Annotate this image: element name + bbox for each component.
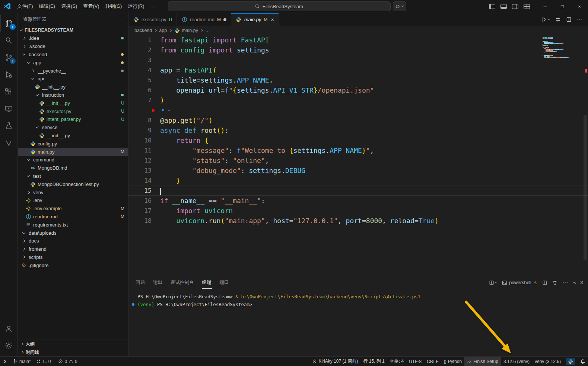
tree-item-backend[interactable]: backend [18, 51, 128, 59]
tree-item-test[interactable]: test [18, 172, 128, 180]
status-python-env[interactable]: venv (3.12.6) [532, 357, 563, 366]
terminal-profile-button[interactable] [489, 280, 497, 285]
run-debug-icon[interactable] [0, 66, 18, 83]
tree-item-readme-md[interactable]: readme.mdM [18, 213, 128, 221]
command-decoration-dot[interactable] [132, 303, 134, 306]
status-encoding[interactable]: UTF-8 [406, 357, 424, 366]
status-cursor-position[interactable]: 行 15, 列 1 [360, 357, 387, 366]
toggle-secondary-sidebar-icon[interactable] [512, 4, 518, 9]
code-editor[interactable]: 1from fastapi import FastAPI2from config… [128, 35, 588, 276]
menu-more[interactable]: ··· [147, 3, 158, 10]
tree-item-init-py[interactable]: __init__.pyU [18, 99, 128, 107]
toggle-panel-icon[interactable] [500, 4, 507, 9]
panel-more-actions-icon[interactable]: ··· [562, 279, 568, 286]
layout-switch-button[interactable] [392, 1, 406, 11]
menu-view[interactable]: 查看(V) [80, 2, 102, 11]
sidebar-section-timeline[interactable]: 时间线 [18, 348, 128, 356]
extension-v-icon[interactable] [0, 134, 18, 151]
panel-tab-problems[interactable]: 问题 [135, 277, 145, 289]
split-editor-icon[interactable] [566, 17, 572, 22]
status-python-interpreter[interactable]: 3.12.6 (venv) [501, 357, 532, 366]
tree-item-service[interactable]: service [18, 123, 128, 132]
status-python-ext-icon[interactable] [563, 357, 578, 366]
status-indentation[interactable]: 空格: 4 [387, 357, 406, 366]
terminal-tab-powershell[interactable]: powershell ⚠ [502, 280, 537, 285]
status-remote-indicator[interactable] [0, 357, 10, 366]
breadcrumb-item-item[interactable]: … [205, 28, 210, 33]
copilot-sparkle-icon[interactable] [160, 107, 166, 113]
tree-item-mongodbconnectiontest-py[interactable]: MongoDBConnectionTest.py [18, 180, 128, 188]
tree-item-init-py[interactable]: __init__.py [18, 132, 128, 140]
window-minimize-button[interactable]: ─ [537, 0, 554, 13]
explorer-more-actions-icon[interactable]: ··· [117, 17, 123, 22]
window-close-button[interactable]: × [571, 0, 588, 13]
toggle-sidebar-icon[interactable] [489, 4, 495, 9]
tree-item-command[interactable]: command [18, 156, 128, 164]
tree-item-instruction[interactable]: instruction [18, 91, 128, 99]
status-git-branch[interactable]: main* [10, 357, 34, 366]
breadcrumb[interactable]: backendappmain.py… [128, 26, 588, 35]
source-control-icon[interactable]: 9 [0, 49, 18, 66]
minimap[interactable] [543, 37, 581, 58]
editor-more-actions-icon[interactable]: ··· [577, 16, 583, 23]
tree-item-requirements-txt[interactable]: requirements.txt [18, 221, 128, 229]
menu-file[interactable]: 文件(F) [14, 2, 36, 11]
status-notifications-bell[interactable] [578, 357, 588, 366]
split-terminal-icon[interactable] [542, 280, 547, 285]
tree-item-app[interactable]: app [18, 58, 128, 67]
customize-layout-icon[interactable] [524, 4, 530, 9]
editor-scrollbar[interactable] [584, 115, 587, 260]
breadcrumb-item-app[interactable]: app [159, 28, 167, 33]
tree-item-pycache[interactable]: __pycache__ [18, 67, 128, 75]
menu-edit[interactable]: 编辑(E) [36, 2, 58, 11]
status-gitlens-blame[interactable]: KiriAky 107 (1 周前) [309, 357, 360, 366]
tree-item-env[interactable]: .env [18, 196, 128, 205]
close-panel-icon[interactable]: × [580, 279, 584, 286]
status-problems[interactable]: 00 [55, 357, 80, 366]
panel-tab-output[interactable]: 输出 [153, 277, 163, 289]
tree-item-docs[interactable]: docs [18, 237, 128, 245]
tree-item-intent-parser-py[interactable]: intent_parser.pyU [18, 115, 128, 123]
tree-root[interactable]: FILESREADSYSTEAM [18, 26, 128, 34]
tree-item-scripts[interactable]: scripts [18, 253, 128, 261]
search-sidebar-icon[interactable] [0, 32, 18, 49]
open-changes-icon[interactable] [555, 17, 561, 22]
tree-item-main-py[interactable]: main.pyM [18, 148, 128, 156]
status-git-sync[interactable]: 1↓ 0↑ [34, 357, 56, 366]
panel-tab-debug-console[interactable]: 调试控制台 [170, 277, 194, 289]
tree-item-mongodb-md[interactable]: MongoDB.md [18, 164, 128, 172]
status-finish-setup[interactable]: Finish Setup [464, 357, 501, 366]
maximize-panel-icon[interactable] [573, 281, 575, 285]
remote-explorer-icon[interactable] [0, 100, 18, 117]
tab-readme-md[interactable]: readme.mdM [177, 13, 231, 26]
breadcrumb-item-main-py[interactable]: main.py [174, 28, 198, 33]
panel-tab-ports[interactable]: 端口 [219, 277, 229, 289]
tree-item-vscode[interactable]: .vscode [18, 42, 128, 51]
extensions-icon[interactable] [0, 83, 18, 100]
tree-item-frontend[interactable]: frontend [18, 245, 128, 253]
command-center-search[interactable]: FilesReadSysteam [168, 1, 390, 11]
accounts-icon[interactable] [0, 320, 18, 337]
tree-item-data-uploads[interactable]: data\uploads [18, 229, 128, 237]
tree-item-executor-py[interactable]: executor.pyU [18, 107, 128, 115]
menu-selection[interactable]: 选择(S) [58, 2, 80, 11]
explorer-icon[interactable]: 1 [0, 15, 18, 32]
tree-item-env-example[interactable]: .env.exampleM [18, 205, 128, 213]
terminal-output[interactable]: PS H:\OwnProject\FilesReadSysteam> & h:\… [128, 289, 588, 356]
tab-executor-py[interactable]: executor.pyU [128, 13, 177, 26]
tab-main-py[interactable]: main.pyM× [231, 13, 279, 26]
tree-item-gitignore[interactable]: .gitignore [18, 261, 128, 269]
menu-go[interactable]: 转到(G) [102, 2, 125, 11]
chevron-down-icon[interactable] [168, 108, 171, 111]
tree-item-init-py[interactable]: __init__.py [18, 83, 128, 91]
panel-tab-terminal[interactable]: 终端 [202, 277, 212, 289]
kill-terminal-icon[interactable] [552, 280, 557, 285]
window-maximize-button[interactable]: □ [554, 0, 571, 13]
menu-run[interactable]: 运行(R) [125, 2, 147, 11]
status-language-mode[interactable]: {}Python [441, 357, 464, 366]
sidebar-section-outline[interactable]: 大纲 [18, 340, 128, 348]
testing-icon[interactable] [0, 117, 18, 134]
tree-item-config-py[interactable]: config.py [18, 139, 128, 148]
status-eol[interactable]: CRLF [424, 357, 441, 366]
tree-item-idea[interactable]: .idea [18, 34, 128, 42]
